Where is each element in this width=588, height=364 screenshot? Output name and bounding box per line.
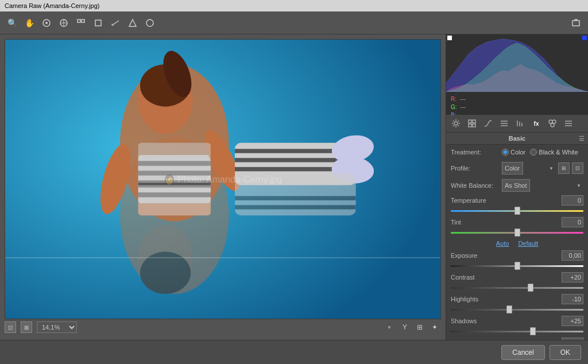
panel-menu-btn[interactable]: ☰ xyxy=(579,135,585,142)
shadows-row: Shadows xyxy=(446,315,588,336)
presets-tab[interactable] xyxy=(562,117,575,130)
fx-tab[interactable]: fx xyxy=(530,117,543,130)
profile-expand-btn[interactable]: ⊡ xyxy=(572,162,583,174)
zoom-select[interactable]: 14,1% xyxy=(37,322,77,333)
temperature-value[interactable] xyxy=(562,195,583,206)
temperature-track[interactable] xyxy=(451,207,583,215)
g-label: G: xyxy=(451,103,457,111)
tint-row: Tint xyxy=(446,216,588,238)
default-btn[interactable]: Default xyxy=(518,240,538,247)
tool-group: 🔍 ✋ xyxy=(6,17,156,29)
zoom-tool[interactable]: 🔍 xyxy=(6,17,18,29)
detail-tab[interactable] xyxy=(498,117,510,130)
filmstrip-btn[interactable]: ⊞ xyxy=(413,321,426,334)
svg-rect-13 xyxy=(572,21,579,26)
targeted-adjustment-tool[interactable] xyxy=(75,17,87,29)
contrast-track[interactable] xyxy=(451,284,583,292)
cancel-button[interactable]: Cancel xyxy=(501,345,544,360)
panel-tabs: fx xyxy=(446,115,588,133)
exposure-label: Exposure xyxy=(451,252,477,259)
shadows-value[interactable] xyxy=(562,316,583,326)
svg-rect-5 xyxy=(78,20,80,22)
black-clipping-indicator[interactable] xyxy=(582,36,587,40)
b-value: --- xyxy=(459,111,465,115)
tone-curve-tab[interactable] xyxy=(482,117,494,130)
straighten-tool[interactable] xyxy=(109,17,122,29)
svg-rect-15 xyxy=(5,40,440,319)
profile-row: Profile: Color ⊞ ⊡ xyxy=(446,160,588,177)
svg-rect-43 xyxy=(469,120,471,123)
tint-thumb[interactable] xyxy=(514,229,520,237)
title-bar: Camera Raw (Amanda-Cerny.jpg) xyxy=(0,0,588,11)
temperature-header: Temperature xyxy=(451,195,583,206)
profile-select-wrapper: Color xyxy=(502,162,556,175)
svg-point-1 xyxy=(45,22,48,24)
svg-point-42 xyxy=(454,122,458,125)
color-sampler-tool[interactable] xyxy=(57,17,70,29)
highlights-thumb[interactable] xyxy=(506,305,512,313)
bw-option[interactable]: Black & White xyxy=(530,149,578,156)
calibration-tab[interactable] xyxy=(546,117,559,130)
tint-track[interactable] xyxy=(451,229,583,237)
tint-label: Tint xyxy=(451,219,461,226)
profile-grid-btn[interactable]: ⊞ xyxy=(558,162,570,174)
exposure-header: Exposure xyxy=(451,250,583,261)
svg-rect-7 xyxy=(95,20,101,26)
white-balance-control: As Shot xyxy=(502,179,583,192)
canvas-right-controls: Y ⊞ ✦ xyxy=(399,321,441,334)
white-balance-select-wrapper: As Shot xyxy=(502,179,583,192)
g-value: --- xyxy=(461,103,466,111)
grid-tab[interactable] xyxy=(466,117,478,130)
toggle-overlay-btn[interactable]: Y xyxy=(399,321,411,334)
panel-content[interactable]: Basic ☰ Treatment: Color Black & White xyxy=(446,133,588,340)
white-balance-select[interactable]: As Shot xyxy=(502,179,530,192)
exposure-track[interactable] xyxy=(451,262,583,270)
contrast-thumb[interactable] xyxy=(528,284,533,292)
white-balance-tool[interactable] xyxy=(40,17,53,29)
exposure-value[interactable] xyxy=(562,250,583,261)
histogram-area: R: --- G: --- B: --- xyxy=(446,34,588,115)
auto-btn[interactable]: Auto xyxy=(496,240,509,247)
crop-tool[interactable] xyxy=(92,17,105,29)
retouch-tool[interactable] xyxy=(144,17,156,29)
color-radio[interactable] xyxy=(502,149,509,156)
ok-button[interactable]: OK xyxy=(550,345,581,360)
svg-point-54 xyxy=(552,120,556,123)
profile-select[interactable]: Color xyxy=(502,162,523,175)
hand-tool[interactable]: ✋ xyxy=(23,17,36,29)
highlights-track[interactable] xyxy=(451,305,583,313)
zoom-fill-btn[interactable]: ⊠ xyxy=(21,322,32,333)
basic-section-header: Basic ☰ xyxy=(446,133,588,145)
white-clipping-indicator[interactable] xyxy=(447,36,452,40)
exposure-thumb[interactable] xyxy=(514,262,520,270)
color-option[interactable]: Color xyxy=(502,149,525,156)
svg-rect-40 xyxy=(235,196,356,200)
white-balance-label: White Balance: xyxy=(451,182,500,189)
window-title: Camera Raw (Amanda-Cerny.jpg) xyxy=(5,2,99,9)
svg-rect-44 xyxy=(473,120,475,123)
content-area: ⊡ ⊠ 14,1% Y ⊞ ✦ xyxy=(0,34,588,340)
svg-line-8 xyxy=(112,21,119,25)
svg-rect-39 xyxy=(235,205,356,209)
histogram-chart xyxy=(446,34,588,92)
tint-value[interactable] xyxy=(562,217,583,227)
treatment-options: Color Black & White xyxy=(502,149,583,156)
bottom-bar: Cancel OK xyxy=(0,340,588,364)
zoom-fit-btn[interactable]: ⊡ xyxy=(5,322,16,333)
highlights-value[interactable] xyxy=(562,294,583,304)
transform-tool[interactable] xyxy=(126,17,139,29)
shadows-track[interactable] xyxy=(451,327,583,335)
workflow-btn[interactable]: ✦ xyxy=(428,321,441,334)
temperature-thumb[interactable] xyxy=(514,207,520,215)
open-in-camera-raw-btn[interactable] xyxy=(570,17,582,29)
hsl-tab[interactable] xyxy=(514,117,527,130)
exposure-row: Exposure xyxy=(446,249,588,271)
tint-header: Tint xyxy=(451,217,583,227)
contrast-value[interactable] xyxy=(562,272,583,282)
settings-tab[interactable] xyxy=(450,117,462,130)
bw-label: Black & White xyxy=(539,149,578,156)
svg-point-55 xyxy=(551,123,554,127)
shadows-thumb[interactable] xyxy=(530,327,536,335)
temperature-row: Temperature xyxy=(446,194,588,216)
bw-radio[interactable] xyxy=(530,149,537,156)
